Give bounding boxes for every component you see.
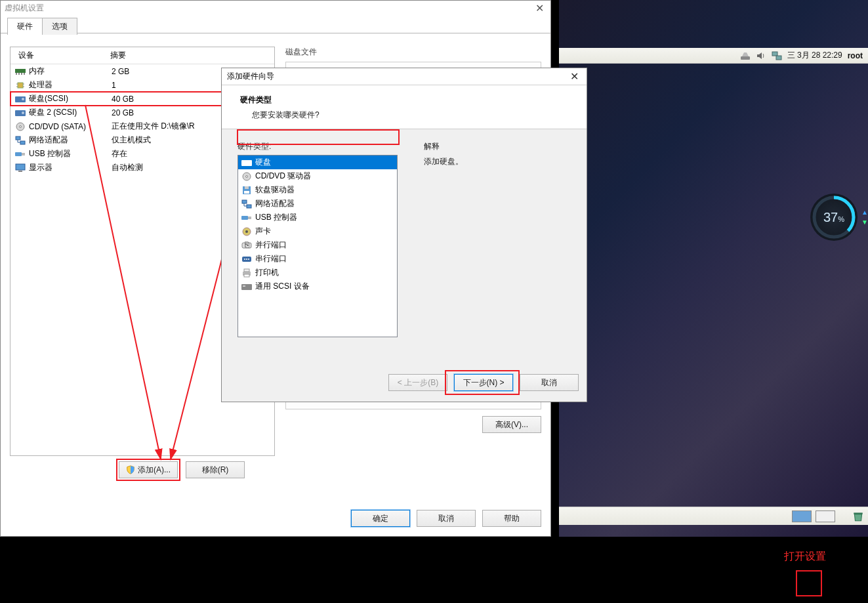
hardware-type-label: 并行端口 (255, 239, 287, 251)
annotation-box (796, 570, 822, 596)
cpu-icon (14, 80, 26, 91)
sound-icon (241, 226, 253, 237)
device-name: 网络适配器 (29, 135, 112, 146)
close-button[interactable]: ✕ (533, 2, 547, 14)
cd-icon (241, 171, 253, 182)
svg-rect-9 (21, 73, 22, 75)
svg-rect-57 (241, 284, 252, 290)
hardware-type-item[interactable]: 硬盘 (238, 156, 397, 169)
svg-rect-29 (18, 171, 22, 172)
scsi-icon (241, 281, 253, 292)
serial-port-icon (241, 254, 253, 264)
svg-point-51 (244, 259, 245, 260)
hardware-type-item[interactable]: 通用 SCSI 设备 (238, 280, 397, 293)
svg-rect-58 (243, 285, 245, 287)
wizard-title: 添加硬件向导 (227, 71, 274, 82)
disk-icon (14, 108, 26, 118)
trash-icon[interactable] (852, 510, 864, 522)
svg-rect-1 (772, 52, 777, 56)
device-summary: 40 GB (112, 94, 134, 104)
device-summary: 1 (112, 81, 116, 90)
workspace-1[interactable] (792, 510, 812, 522)
svg-point-36 (246, 175, 248, 177)
hardware-type-item[interactable]: USB 控制器 (238, 211, 397, 224)
remove-button[interactable]: 移除(R) (186, 461, 245, 478)
device-name: USB 控制器 (29, 148, 112, 159)
tab-options[interactable]: 选项 (42, 18, 77, 35)
disk-icon (241, 157, 253, 168)
down-arrow-icon: ▼ (861, 218, 868, 226)
progress-unit: % (838, 215, 844, 223)
hardware-type-list[interactable]: 硬盘CD/DVD 驱动器软盘驱动器网络适配器USB 控制器声卡⎘并行端口串行端口… (238, 155, 398, 337)
device-summary: 20 GB (112, 108, 134, 117)
hardware-type-item[interactable]: 串行端口 (238, 252, 397, 266)
wizard-close-button[interactable]: ✕ (568, 70, 581, 83)
device-name: 硬盘(SCSI) (29, 93, 112, 104)
vm-topbar: 三 3月 28 22:29 root (559, 48, 868, 64)
hardware-type-item[interactable]: 打印机 (238, 266, 397, 280)
advanced-button[interactable]: 高级(V)... (482, 416, 541, 433)
hardware-type-label: 打印机 (255, 267, 279, 278)
progress-widget: 37% ▲ ▼ (810, 194, 858, 241)
col-summary: 摘要 (109, 50, 274, 61)
vm-desktop: 三 3月 28 22:29 root (559, 0, 868, 537)
ok-button[interactable]: 确定 (351, 510, 410, 527)
hardware-type-item[interactable]: 声卡 (238, 224, 397, 238)
network-tray-icon (772, 51, 782, 61)
hardware-type-item[interactable]: CD/DVD 驱动器 (238, 169, 397, 183)
wizard-cancel-button[interactable]: 取消 (520, 374, 579, 391)
window-title: 虚拟机设置 (5, 3, 44, 14)
add-button-label: 添加(A)... (138, 465, 171, 476)
svg-rect-28 (16, 164, 25, 170)
printer-icon (241, 268, 253, 278)
floppy-icon (241, 185, 253, 196)
svg-rect-56 (244, 274, 249, 277)
device-summary: 自动检测 (112, 162, 143, 173)
device-summary: 2 GB (112, 67, 129, 76)
shield-icon (126, 465, 135, 474)
hardware-type-item[interactable]: ⎘并行端口 (238, 238, 397, 252)
hardware-type-label: 软盘驱动器 (255, 184, 295, 196)
back-button[interactable]: < 上一步(B) (388, 374, 447, 391)
svg-point-21 (20, 125, 22, 127)
progress-value: 37 (823, 210, 838, 224)
tab-hardware[interactable]: 硬件 (7, 18, 43, 35)
add-hardware-wizard: 添加硬件向导 ✕ 硬件类型 您要安装哪类硬件? 硬件类型: 硬盘CD/DVD 驱… (221, 68, 587, 402)
svg-point-17 (22, 98, 24, 100)
cancel-button[interactable]: 取消 (417, 510, 476, 527)
vm-bottombar (559, 507, 868, 525)
next-button[interactable]: 下一步(N) > (454, 374, 513, 391)
volume-icon (756, 51, 766, 61)
up-arrow-icon: ▲ (861, 209, 868, 216)
svg-point-52 (246, 259, 247, 260)
svg-rect-44 (241, 216, 248, 220)
hardware-type-label: 串行端口 (255, 253, 287, 264)
explain-label: 解释 (424, 141, 463, 152)
svg-rect-38 (245, 186, 249, 189)
titlebar: 虚拟机设置 ✕ (1, 1, 550, 15)
device-summary: 存在 (112, 148, 127, 159)
wizard-titlebar: 添加硬件向导 ✕ (222, 68, 587, 85)
workspace-2[interactable] (816, 510, 835, 522)
device-name: 显示器 (29, 162, 112, 173)
hardware-type-label: 网络适配器 (255, 198, 295, 209)
svg-point-53 (248, 259, 249, 260)
hardware-type-item[interactable]: 网络适配器 (238, 197, 397, 211)
disk-file-label: 磁盘文件 (285, 47, 541, 58)
network-icon (14, 135, 26, 146)
svg-rect-8 (18, 73, 20, 75)
device-summary: 仅主机模式 (112, 135, 151, 146)
svg-rect-55 (244, 269, 249, 272)
disk-icon (14, 94, 26, 104)
device-list-header: 设备 摘要 (10, 47, 274, 64)
hardware-type-item[interactable]: 软盘驱动器 (238, 183, 397, 197)
wizard-header-title: 硬件类型 (240, 94, 573, 106)
device-name: 内存 (29, 66, 112, 77)
svg-rect-41 (247, 205, 251, 208)
explain-text: 添加硬盘。 (424, 156, 463, 167)
svg-text:⎘: ⎘ (245, 241, 250, 249)
disk-tray-icon (740, 51, 751, 61)
add-button[interactable]: 添加(A)... (119, 461, 178, 478)
svg-rect-22 (16, 136, 20, 140)
help-button[interactable]: 帮助 (482, 510, 541, 527)
